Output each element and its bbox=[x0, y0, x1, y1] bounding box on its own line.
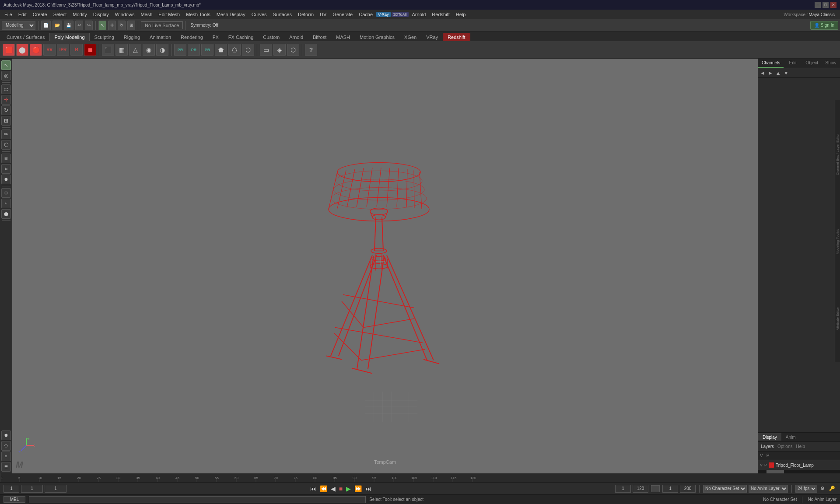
char-set-select[interactable]: No Character Set bbox=[703, 485, 747, 493]
close-button[interactable]: ✕ bbox=[830, 2, 836, 8]
tab-redshift[interactable]: Redshift bbox=[443, 33, 470, 41]
layer-tool-4[interactable]: ☰ bbox=[1, 462, 11, 472]
graph-editor-tool[interactable]: ≋ bbox=[1, 164, 11, 174]
shelf-icon-ipr1[interactable]: RV bbox=[43, 44, 56, 56]
move-tool-button[interactable]: ✛ bbox=[108, 21, 116, 30]
mode-select[interactable]: Modeling Rigging Animation FX Rendering bbox=[2, 21, 35, 30]
anim-tab[interactable]: Anim bbox=[781, 434, 800, 441]
range-slider[interactable] bbox=[651, 485, 660, 492]
shelf-icon-pr2[interactable]: PR bbox=[188, 44, 200, 56]
go-to-start-button[interactable]: ⏮ bbox=[309, 485, 318, 492]
layer-vis-tripod[interactable]: V bbox=[760, 463, 763, 467]
help-tab[interactable]: Help bbox=[796, 444, 805, 449]
save-scene-button[interactable]: 💾 bbox=[64, 21, 74, 30]
shelf-icon-render1[interactable]: ⬟ bbox=[215, 44, 227, 56]
rotate-tool-button[interactable]: ↻ bbox=[118, 21, 126, 30]
shelf-icon-ipr3[interactable]: R bbox=[70, 44, 83, 56]
tab-rigging[interactable]: Rigging bbox=[119, 33, 145, 41]
tab-vray[interactable]: VRay bbox=[421, 33, 443, 41]
menu-file[interactable]: File bbox=[2, 11, 15, 18]
menu-select[interactable]: Select bbox=[51, 11, 70, 18]
display-tab[interactable]: Display bbox=[758, 434, 781, 441]
mel-label[interactable]: MEL bbox=[4, 496, 25, 503]
menu-3dtall[interactable]: 3DToAll bbox=[392, 12, 409, 17]
timeline-ruler[interactable]: 1 5 10 15 20 25 30 35 40 45 50 55 60 65 … bbox=[0, 473, 840, 482]
minimize-button[interactable]: – bbox=[815, 2, 821, 8]
menu-display[interactable]: Display bbox=[91, 11, 112, 18]
layer-tool-1[interactable]: ⬟ bbox=[1, 430, 11, 440]
menu-windows[interactable]: Windows bbox=[112, 11, 137, 18]
shelf-icon-ipr2[interactable]: IPR bbox=[57, 44, 69, 56]
shelf-icon-subdivide[interactable]: ◉ bbox=[143, 44, 155, 56]
range-end-display[interactable] bbox=[633, 485, 648, 493]
viewport-3d[interactable]: X Y Z M TempCam bbox=[12, 59, 758, 473]
menu-help[interactable]: Help bbox=[453, 11, 469, 18]
layer-tool-2[interactable]: ⬠ bbox=[1, 441, 11, 451]
menu-redshift[interactable]: Redshift bbox=[429, 11, 452, 18]
options-tab[interactable]: Options bbox=[777, 444, 792, 449]
shelf-icon-render2[interactable]: ⬠ bbox=[228, 44, 241, 56]
snap-curve[interactable]: ≈ bbox=[1, 199, 11, 208]
new-scene-button[interactable]: 📄 bbox=[41, 21, 51, 30]
tab-fx[interactable]: FX bbox=[208, 33, 224, 41]
paint-select-tool[interactable]: ◎ bbox=[1, 71, 11, 80]
shelf-icon-question[interactable]: ? bbox=[305, 44, 317, 56]
tab-animation[interactable]: Animation bbox=[145, 33, 176, 41]
tab-mash[interactable]: MASH bbox=[331, 33, 355, 41]
mel-input[interactable] bbox=[29, 496, 366, 503]
shelf-icon-sphere[interactable]: ⬤ bbox=[16, 44, 28, 56]
shelf-icon-uv[interactable]: ◈ bbox=[273, 44, 286, 56]
anim-layer-select[interactable]: No Anim Layer bbox=[749, 485, 788, 493]
shelf-icon-smooth[interactable]: ◑ bbox=[156, 44, 168, 56]
layers-tab[interactable]: Layers bbox=[761, 444, 774, 449]
lasso-tool[interactable]: ⬭ bbox=[1, 84, 11, 94]
range-max-end[interactable] bbox=[680, 485, 696, 493]
rp-tab-edit[interactable]: Edit bbox=[784, 59, 802, 68]
shelf-icon-stop[interactable]: ⏹ bbox=[84, 44, 96, 56]
play-forward-button[interactable]: ▶ bbox=[345, 485, 352, 492]
shelf-icon-merge[interactable]: ▦ bbox=[116, 44, 128, 56]
tab-bifrost[interactable]: Bifrost bbox=[308, 33, 331, 41]
tab-poly-modeling[interactable]: Poly Modeling bbox=[49, 33, 89, 41]
menu-modify[interactable]: Modify bbox=[70, 11, 89, 18]
menu-edit-mesh[interactable]: Edit Mesh bbox=[156, 11, 182, 18]
maximize-button[interactable]: □ bbox=[822, 2, 829, 8]
menu-arnold[interactable]: Arnold bbox=[410, 11, 429, 18]
shelf-icon-render3[interactable]: ⬡ bbox=[242, 44, 254, 56]
range-max-start[interactable] bbox=[662, 485, 678, 493]
outliner-tool[interactable]: ⊞ bbox=[1, 154, 11, 163]
modeling-toolkit-side-label[interactable]: Modeling Toolkit bbox=[836, 228, 840, 256]
menu-vray[interactable]: V-Ray bbox=[376, 12, 391, 17]
shelf-icon-cube[interactable]: 🟥 bbox=[3, 44, 15, 56]
anim-prefs-button[interactable]: ⚙ bbox=[819, 486, 826, 491]
tab-curves-surfaces[interactable]: Curves / Surfaces bbox=[2, 33, 49, 41]
menu-mesh[interactable]: Mesh bbox=[138, 11, 155, 18]
tab-fx-caching[interactable]: FX Caching bbox=[224, 33, 258, 41]
auto-key-button[interactable]: 🔑 bbox=[828, 486, 836, 491]
channel-box-side-label[interactable]: Channel Box / Layer Editor bbox=[836, 132, 840, 177]
layer-pick-tripod[interactable]: P bbox=[764, 463, 767, 467]
rp-tab-show[interactable]: Show bbox=[822, 59, 840, 68]
blend-shape-tool[interactable]: ⬟ bbox=[1, 175, 11, 184]
select-tool[interactable]: ↖ bbox=[1, 60, 11, 70]
menu-deform[interactable]: Deform bbox=[295, 11, 316, 18]
scale-tool-button[interactable]: ⊞ bbox=[127, 21, 135, 30]
shelf-icon-extrude[interactable]: ⬛ bbox=[102, 44, 114, 56]
rp-arrow-down[interactable]: ▼ bbox=[784, 70, 789, 76]
play-back-button[interactable]: ◀ bbox=[329, 485, 337, 492]
step-back-button[interactable]: ⏪ bbox=[318, 485, 329, 492]
move-tool[interactable]: ✛ bbox=[1, 95, 11, 105]
current-frame-display[interactable] bbox=[21, 485, 43, 493]
snap-grid[interactable]: ⊞ bbox=[1, 188, 11, 198]
attribute-editor-side-label[interactable]: Attribute Editor bbox=[836, 305, 840, 332]
sign-in-button[interactable]: 👤 Sign In bbox=[810, 21, 838, 30]
shelf-icon-cylr[interactable]: 🔴 bbox=[30, 44, 42, 56]
rotate-tool[interactable]: ↻ bbox=[1, 105, 11, 115]
shelf-icon-layer[interactable]: ▭ bbox=[260, 44, 272, 56]
sculpt-tool[interactable]: ⬡ bbox=[1, 140, 11, 150]
menu-mesh-display[interactable]: Mesh Display bbox=[214, 11, 248, 18]
shelf-icon-bevel[interactable]: △ bbox=[129, 44, 141, 56]
menu-create[interactable]: Create bbox=[30, 11, 50, 18]
shelf-icon-pr3[interactable]: PR bbox=[201, 44, 214, 56]
undo-button[interactable]: ↩ bbox=[75, 21, 83, 30]
